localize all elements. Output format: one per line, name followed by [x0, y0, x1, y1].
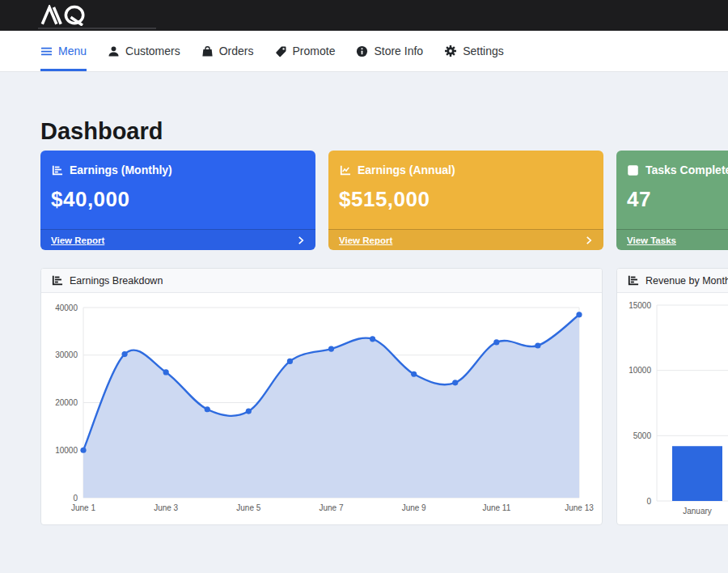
gear-icon — [444, 45, 457, 57]
nav-item-settings[interactable]: Settings — [444, 31, 504, 71]
nav-item-store-info[interactable]: Store Info — [356, 31, 423, 71]
svg-text:0: 0 — [73, 494, 78, 503]
svg-text:June 3: June 3 — [154, 503, 178, 512]
nav-item-label: Menu — [58, 45, 87, 57]
card-action-label: View Report — [51, 236, 104, 245]
chart-bar-icon — [51, 164, 63, 176]
card-action-label: View Tasks — [627, 236, 676, 245]
chevron-right-icon — [297, 236, 305, 245]
svg-text:January: January — [683, 507, 712, 516]
nav-item-promote[interactable]: Promote — [275, 31, 336, 71]
check-square-icon — [627, 164, 639, 176]
svg-text:June 13: June 13 — [565, 503, 594, 512]
view-report-link[interactable]: View Report — [40, 229, 315, 250]
chart-bar-icon — [51, 274, 63, 286]
nav-item-label: Orders — [219, 45, 254, 57]
panel-body: 010000200003000040000June 1June 3June 5J… — [41, 293, 602, 525]
revenue-by-month-panel: Revenue by Month 050001000015000January — [616, 268, 728, 525]
svg-text:June 5: June 5 — [236, 503, 260, 512]
card-value: $515,000 — [328, 176, 603, 212]
stat-card-earnings-annual: Earnings (Annual)$515,000View Report — [328, 151, 603, 250]
svg-text:30000: 30000 — [55, 350, 78, 359]
earnings-breakdown-chart: 010000200003000040000June 1June 3June 5J… — [41, 293, 602, 525]
svg-text:10000: 10000 — [629, 366, 651, 375]
svg-text:15000: 15000 — [629, 301, 651, 310]
panel-title: Earnings Breakdown — [70, 275, 163, 286]
hamburger-icon — [40, 45, 53, 57]
mq-logo-icon — [40, 5, 99, 26]
panel-body: 050001000015000January — [617, 293, 728, 525]
svg-text:June 1: June 1 — [71, 503, 95, 512]
chart-line-icon — [339, 164, 351, 176]
card-value: 47 — [616, 176, 728, 212]
svg-text:June 7: June 7 — [319, 503, 343, 512]
svg-text:5000: 5000 — [633, 431, 652, 440]
info-icon — [356, 45, 368, 57]
nav-item-label: Store Info — [374, 45, 423, 57]
logo-underline — [38, 28, 156, 29]
card-value: $40,000 — [40, 176, 315, 212]
top-app-bar — [0, 0, 728, 31]
card-title: Tasks Completed — [645, 163, 728, 176]
panel-header: Revenue by Month — [617, 269, 728, 293]
svg-text:June 9: June 9 — [402, 503, 426, 512]
card-title-row: Tasks Completed — [616, 151, 728, 176]
nav-item-label: Settings — [463, 45, 504, 57]
stat-card-earnings-monthly: Earnings (Monthly)$40,000View Report — [40, 151, 315, 250]
svg-text:0: 0 — [646, 497, 651, 506]
charts-row: Earnings Breakdown 010000200003000040000… — [40, 268, 728, 525]
card-title-row: Earnings (Annual) — [328, 151, 603, 176]
nav-item-label: Customers — [125, 45, 180, 57]
nav-item-customers[interactable]: Customers — [108, 31, 180, 71]
card-title: Earnings (Annual) — [358, 163, 455, 176]
main-navigation: MenuCustomersOrdersPromoteStore InfoSett… — [0, 31, 728, 72]
earnings-breakdown-panel: Earnings Breakdown 010000200003000040000… — [40, 268, 603, 525]
svg-text:June 11: June 11 — [482, 503, 510, 512]
page-title: Dashboard — [40, 118, 728, 144]
card-action-label: View Report — [339, 236, 392, 245]
nav-item-orders[interactable]: Orders — [201, 31, 254, 71]
card-title-row: Earnings (Monthly) — [40, 151, 315, 176]
card-title: Earnings (Monthly) — [70, 163, 172, 176]
chevron-right-icon — [585, 236, 593, 245]
stat-card-tasks-completed: Tasks Completed47View Tasks — [616, 151, 728, 250]
svg-text:40000: 40000 — [55, 303, 78, 312]
view-tasks-link[interactable]: View Tasks — [616, 229, 728, 250]
bag-icon — [201, 45, 214, 57]
revenue-by-month-chart: 050001000015000January — [617, 293, 728, 525]
tag-icon — [275, 45, 287, 57]
view-report-link[interactable]: View Report — [328, 229, 603, 250]
nav-item-menu[interactable]: Menu — [40, 31, 87, 71]
chart-bar-icon — [627, 274, 639, 286]
person-icon — [108, 45, 120, 57]
nav-item-label: Promote — [293, 45, 336, 57]
page-content: Dashboard Earnings (Monthly)$40,000View … — [0, 118, 728, 525]
svg-text:10000: 10000 — [55, 446, 78, 455]
stat-cards-row: Earnings (Monthly)$40,000View ReportEarn… — [40, 151, 728, 250]
panel-header: Earnings Breakdown — [41, 269, 602, 293]
svg-text:20000: 20000 — [55, 398, 78, 407]
panel-title: Revenue by Month — [645, 275, 728, 286]
